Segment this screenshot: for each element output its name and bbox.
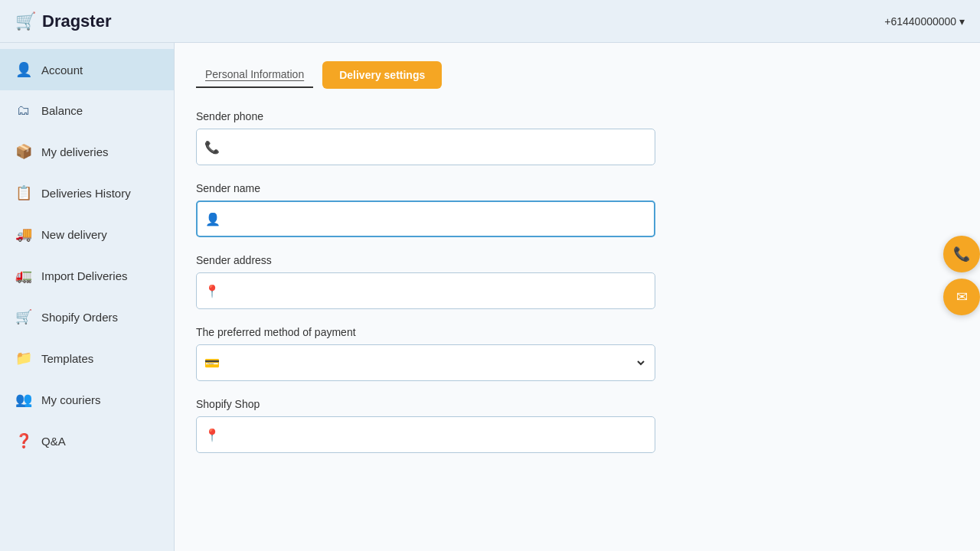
templates-icon: 📁 (15, 350, 32, 367)
sidebar-item-label-new-delivery: New delivery (41, 228, 107, 241)
fab-phone-button[interactable]: 📞 (943, 236, 980, 272)
logo: 🛒 Dragster (15, 11, 111, 31)
fab-email-icon: ✉ (956, 289, 968, 305)
sender-name-label: Sender name (196, 182, 655, 194)
tab-bar: Personal Information Delivery settings (196, 61, 959, 89)
deliveries-history-icon: 📋 (15, 184, 32, 201)
shopify-shop-input-wrapper: 📍 (196, 416, 655, 453)
fab-phone-icon: 📞 (953, 246, 970, 262)
sidebar-item-label-import-deliveries: Import Deliveries (41, 269, 128, 282)
sender-address-label: Sender address (196, 254, 655, 266)
fab-email-button[interactable]: ✉ (943, 279, 980, 315)
payment-method-group: The preferred method of payment 💳 Credit… (196, 326, 655, 381)
shopify-shop-group: Shopify Shop 📍 (196, 398, 655, 453)
header-phone[interactable]: +61440000000 ▾ (884, 15, 965, 28)
wallet-field-icon: 💳 (204, 356, 220, 370)
sidebar-item-balance[interactable]: 🗂 Balance (0, 90, 174, 131)
sidebar-item-shopify-orders[interactable]: 🛒 Shopify Orders (0, 296, 174, 337)
import-deliveries-icon: 🚛 (15, 267, 32, 284)
person-field-icon: 👤 (205, 212, 220, 227)
sidebar-item-label-shopify-orders: Shopify Orders (41, 311, 118, 324)
sidebar-item-templates[interactable]: 📁 Templates (0, 337, 174, 379)
shopify-shop-input[interactable] (226, 429, 647, 441)
sidebar-item-deliveries-history[interactable]: 📋 Deliveries History (0, 172, 174, 214)
sender-address-input[interactable] (226, 285, 647, 297)
shopify-field-icon: 📍 (204, 428, 220, 442)
sidebar-item-my-deliveries[interactable]: 📦 My deliveries (0, 131, 174, 172)
sidebar-item-new-delivery[interactable]: 🚚 New delivery (0, 214, 174, 255)
payment-method-label: The preferred method of payment (196, 326, 655, 338)
shopify-shop-label: Shopify Shop (196, 398, 655, 410)
sidebar-item-qna[interactable]: ❓ Q&A (0, 420, 174, 461)
account-icon: 👤 (15, 61, 32, 78)
sidebar-item-label-templates: Templates (41, 352, 93, 365)
main-layout: 👤 Account 🗂 Balance 📦 My deliveries 📋 De… (0, 43, 980, 551)
location-field-icon: 📍 (204, 284, 220, 298)
sidebar-item-account[interactable]: 👤 Account (0, 49, 174, 90)
sender-phone-input-wrapper: 📞 (196, 129, 655, 165)
sidebar-item-label-my-deliveries: My deliveries (41, 145, 109, 158)
sender-address-input-wrapper: 📍 (196, 272, 655, 309)
sidebar: 👤 Account 🗂 Balance 📦 My deliveries 📋 De… (0, 43, 175, 551)
tab-personal-information[interactable]: Personal Information (196, 62, 313, 88)
sender-phone-label: Sender phone (196, 110, 655, 122)
balance-icon: 🗂 (15, 103, 32, 119)
sender-name-group: Sender name 👤 (196, 182, 655, 237)
sidebar-item-label-account: Account (41, 64, 83, 77)
sender-name-input[interactable] (227, 213, 646, 225)
sender-name-input-wrapper: 👤 (196, 201, 655, 237)
delivery-settings-form: Sender phone 📞 Sender name 👤 Sender addr… (196, 110, 655, 453)
sidebar-item-label-deliveries-history: Deliveries History (41, 187, 131, 200)
sidebar-item-label-qna: Q&A (41, 435, 66, 448)
logo-icon: 🛒 (15, 11, 36, 31)
payment-method-select-wrapper: 💳 Credit Card Bank Transfer Cash (196, 344, 655, 381)
sidebar-item-label-balance: Balance (41, 104, 83, 117)
main-content: Personal Information Delivery settings S… (175, 43, 980, 551)
fab-container: 📞 ✉ (943, 236, 980, 315)
payment-method-select[interactable]: Credit Card Bank Transfer Cash (220, 356, 647, 370)
sidebar-item-import-deliveries[interactable]: 🚛 Import Deliveries (0, 255, 174, 296)
new-delivery-icon: 🚚 (15, 226, 32, 243)
app-header: 🛒 Dragster +61440000000 ▾ (0, 0, 980, 43)
shopify-orders-icon: 🛒 (15, 308, 32, 325)
sidebar-item-label-my-couriers: My couriers (41, 393, 101, 406)
sender-phone-input[interactable] (226, 141, 647, 153)
logo-text: Dragster (42, 11, 111, 31)
tab-delivery-settings[interactable]: Delivery settings (322, 61, 442, 89)
my-deliveries-icon: 📦 (15, 143, 32, 160)
sidebar-item-my-couriers[interactable]: 👥 My couriers (0, 379, 174, 420)
sender-address-group: Sender address 📍 (196, 254, 655, 309)
qna-icon: ❓ (15, 432, 32, 449)
sender-phone-group: Sender phone 📞 (196, 110, 655, 165)
phone-field-icon: 📞 (204, 140, 220, 155)
my-couriers-icon: 👥 (15, 391, 32, 408)
